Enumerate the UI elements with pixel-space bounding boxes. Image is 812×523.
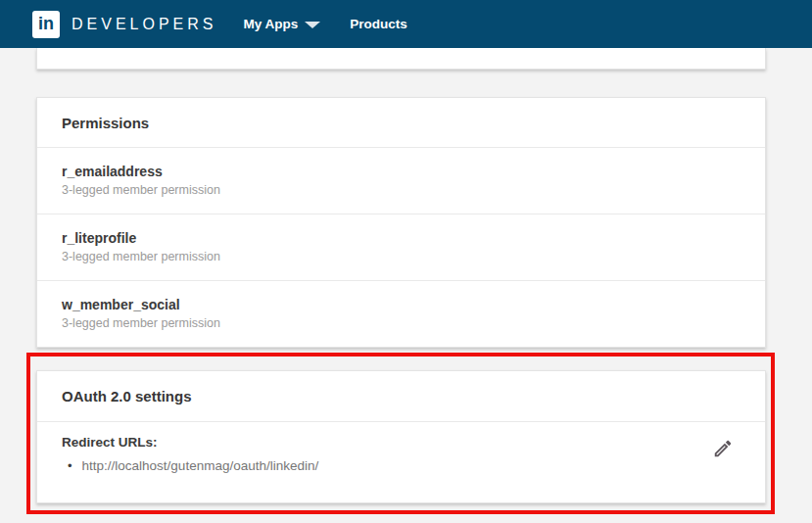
bullet-icon: • xyxy=(68,458,72,474)
edit-pencil-icon xyxy=(712,438,734,459)
permission-name: w_member_social xyxy=(62,297,740,312)
permission-description: 3-legged member permission xyxy=(62,316,740,330)
redirect-url-value: http://localhost/gutenmag/oauth/linkedin… xyxy=(82,458,319,474)
permission-name: r_emailaddress xyxy=(62,164,740,179)
permission-description: 3-legged member permission xyxy=(62,183,740,197)
permissions-title: Permissions xyxy=(62,115,149,131)
oauth-card-header: OAuth 2.0 settings xyxy=(37,371,765,422)
permission-row-r-emailaddress: r_emailaddress 3-legged member permissio… xyxy=(37,148,765,214)
oauth-settings-card: OAuth 2.0 settings Redirect URLs: • http… xyxy=(36,370,766,503)
nav-item-my-apps-label: My Apps xyxy=(243,17,298,31)
partial-card-above xyxy=(36,48,766,70)
oauth-card-body: Redirect URLs: • http://localhost/gutenm… xyxy=(37,422,765,502)
annotation-highlight-box: OAuth 2.0 settings Redirect URLs: • http… xyxy=(26,353,775,514)
redirect-urls-label: Redirect URLs: xyxy=(62,435,740,450)
chevron-down-icon xyxy=(305,22,320,28)
permission-row-r-liteprofile: r_liteprofile 3-legged member permission xyxy=(37,214,765,281)
oauth-settings-title: OAuth 2.0 settings xyxy=(62,388,192,404)
permissions-card: Permissions r_emailaddress 3-legged memb… xyxy=(36,97,766,348)
nav-item-my-apps[interactable]: My Apps xyxy=(243,17,320,31)
permissions-card-header: Permissions xyxy=(37,98,765,148)
nav-item-products[interactable]: Products xyxy=(350,17,407,31)
brand-developers-label[interactable]: DEVELOPERS xyxy=(72,16,216,33)
top-navbar: in DEVELOPERS My Apps Products xyxy=(0,0,812,48)
redirect-url-item: • http://localhost/gutenmag/oauth/linked… xyxy=(62,458,740,474)
permission-description: 3-legged member permission xyxy=(62,250,740,263)
permission-name: r_liteprofile xyxy=(62,230,740,246)
page: in DEVELOPERS My Apps Products Permissio… xyxy=(0,0,812,523)
edit-redirect-urls-button[interactable] xyxy=(710,436,736,461)
nav-item-products-label: Products xyxy=(350,17,407,31)
linkedin-logo-icon[interactable]: in xyxy=(32,11,60,38)
permission-row-w-member-social: w_member_social 3-legged member permissi… xyxy=(37,281,765,347)
